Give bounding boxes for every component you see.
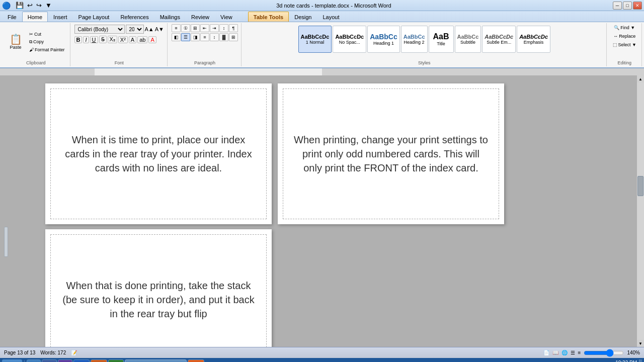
scroll-up-btn[interactable]: ▲	[637, 75, 644, 82]
tab-page-layout[interactable]: Page Layout	[73, 12, 115, 22]
font-size-select[interactable]: 20	[126, 25, 144, 34]
bold-button[interactable]: B	[74, 36, 83, 43]
view-draft-btn[interactable]: ≡	[578, 350, 581, 355]
tab-home[interactable]: Home	[22, 12, 48, 22]
bullets-button[interactable]: ≡	[172, 24, 181, 32]
align-left-button[interactable]: ◧	[172, 33, 181, 41]
view-outline-btn[interactable]: ☰	[571, 350, 575, 355]
font-name-select[interactable]: Calibri (Body)	[74, 25, 125, 34]
select-button[interactable]: ⬚ Select ▼	[611, 41, 638, 48]
card-text-3: When that is done printing, take the sta…	[61, 279, 256, 321]
ruler-svg	[0, 68, 644, 75]
cut-icon: ✂	[29, 32, 33, 37]
find-button[interactable]: 🔍 Find ▼	[612, 24, 637, 31]
superscript-button[interactable]: X²	[118, 36, 128, 43]
replace-button[interactable]: ↔ Replace	[611, 33, 637, 40]
style-title[interactable]: AaB Title	[429, 26, 454, 53]
scroll-down-btn[interactable]: ▼	[637, 340, 644, 347]
shrink-font-btn[interactable]: A▼	[155, 26, 164, 32]
taskbar-app-firefox[interactable]: 🦊	[91, 359, 107, 362]
tab-view[interactable]: View	[215, 12, 238, 22]
scrollbar-thumb[interactable]	[637, 176, 643, 196]
style-normal[interactable]: AaBbCcDc 1 Normal	[298, 26, 332, 53]
minimize-button[interactable]: ─	[613, 2, 622, 10]
text-effects-button[interactable]: A	[129, 36, 136, 43]
tab-file[interactable]: File	[2, 12, 22, 22]
zoom-slider[interactable]	[584, 349, 624, 357]
tab-insert[interactable]: Insert	[48, 12, 73, 22]
copy-icon: ⧉	[29, 39, 32, 45]
style-emphasis-label: Emphasis	[524, 40, 544, 45]
view-web-btn[interactable]: 🌐	[561, 350, 568, 355]
align-center-button[interactable]: ☰	[181, 33, 190, 41]
select-icon: ⬚	[613, 42, 617, 47]
subscript-button[interactable]: X₂	[108, 36, 117, 43]
customize-qa-btn[interactable]: ▼	[44, 1, 53, 10]
paste-button[interactable]: 📋 Paste	[5, 33, 26, 51]
maximize-button[interactable]: □	[623, 2, 632, 10]
redo-qa-btn[interactable]: ↪	[35, 1, 43, 10]
style-subtle-em-preview: AaBbCcDc	[485, 34, 513, 40]
undo-qa-btn[interactable]: ↩	[26, 1, 34, 10]
strikethrough-button[interactable]: S̶	[99, 36, 107, 43]
tab-layout[interactable]: Layout	[317, 12, 345, 22]
taskbar-app-explorer[interactable]: 🗂	[27, 359, 41, 362]
font-name-row: Calibri (Body) 20 A▲ A▼	[74, 24, 164, 34]
view-print-btn[interactable]: 📄	[543, 350, 549, 355]
line-spacing-button[interactable]: ↕	[210, 33, 219, 41]
cut-button[interactable]: ✂ Cut	[27, 31, 67, 38]
underline-button[interactable]: U	[90, 36, 98, 43]
grow-font-btn[interactable]: A▲	[145, 26, 154, 32]
style-title-label: Title	[437, 41, 445, 46]
card-cell-1[interactable]: When it is time to print, place our inde…	[50, 88, 267, 219]
multilevel-button[interactable]: ⊞	[191, 24, 200, 32]
taskbar-app-word[interactable]: W 3d note cards - temp...	[125, 359, 187, 362]
increase-indent-button[interactable]: ⇥	[210, 24, 219, 32]
highlight-button[interactable]: ab	[137, 36, 147, 43]
copy-button[interactable]: ⧉ Copy	[27, 38, 67, 46]
style-heading1[interactable]: AaBbCc Heading 1	[367, 26, 399, 53]
taskbar-app-bridge[interactable]: Br	[42, 359, 57, 362]
tab-references[interactable]: References	[115, 12, 154, 22]
style-no-spacing[interactable]: AaBbCcDc No Spac...	[333, 26, 366, 53]
borders-button[interactable]: ⊞	[229, 33, 238, 41]
format-painter-button[interactable]: 🖌 Format Painter	[27, 46, 67, 53]
show-hide-button[interactable]: ¶	[229, 24, 238, 32]
system-clock[interactable]: 10:32 PM 9/15/2013	[615, 359, 637, 362]
vertical-scrollbar[interactable]: ▲ ▼	[637, 75, 644, 347]
tab-design[interactable]: Design	[289, 12, 317, 22]
style-subtle-em[interactable]: AaBbCcDc Subtle Em...	[482, 26, 516, 53]
taskbar-right: ▲ 🔊 🖧 10:32 PM 9/15/2013	[588, 359, 642, 362]
ribbon: 📋 Paste ✂ Cut ⧉ Copy 🖌 Format Painter Cl…	[0, 22, 644, 68]
document-wrapper: When it is time to print, place our inde…	[0, 75, 644, 347]
show-desktop-btn[interactable]	[639, 359, 642, 362]
svg-rect-2	[322, 68, 644, 75]
justify-button[interactable]: ≡	[200, 33, 209, 41]
style-no-spacing-preview: AaBbCcDc	[335, 34, 364, 40]
taskbar-app-lightroom[interactable]: Lr	[58, 359, 72, 362]
style-heading2[interactable]: AaBbCc Heading 2	[401, 26, 428, 53]
style-emphasis[interactable]: AaBbCcDc Emphasis	[517, 26, 550, 53]
close-button[interactable]: ✕	[633, 2, 642, 10]
taskbar-app-chrome[interactable]: ⬤	[108, 359, 124, 362]
tab-mailings[interactable]: Mailings	[154, 12, 186, 22]
sort-button[interactable]: ↕	[219, 24, 228, 32]
find-icon: 🔍	[614, 25, 619, 30]
numbering-button[interactable]: ①	[181, 24, 190, 32]
shading-button[interactable]: ▓	[219, 33, 228, 41]
font-color-button[interactable]: A	[148, 36, 156, 43]
card-text-1: When it is time to print, place our inde…	[61, 133, 256, 175]
align-right-button[interactable]: ◨	[191, 33, 200, 41]
card-cell-3[interactable]: When that is done printing, take the sta…	[50, 234, 267, 347]
style-subtitle[interactable]: AaBbCc Subtitle	[455, 26, 481, 53]
window-controls: ─ □ ✕	[613, 2, 642, 10]
view-reading-btn[interactable]: 📖	[552, 350, 558, 355]
taskbar-app-vlc[interactable]: 🔶	[188, 359, 204, 362]
start-button[interactable]: ⊞	[2, 359, 22, 362]
card-cell-2[interactable]: When printing, change your print setting…	[283, 88, 499, 219]
save-qa-btn[interactable]: 💾	[15, 1, 25, 10]
decrease-indent-button[interactable]: ⇤	[200, 24, 209, 32]
tab-review[interactable]: Review	[186, 12, 215, 22]
taskbar-app-photoshop[interactable]: Ps	[73, 359, 90, 362]
italic-button[interactable]: I	[83, 36, 89, 43]
